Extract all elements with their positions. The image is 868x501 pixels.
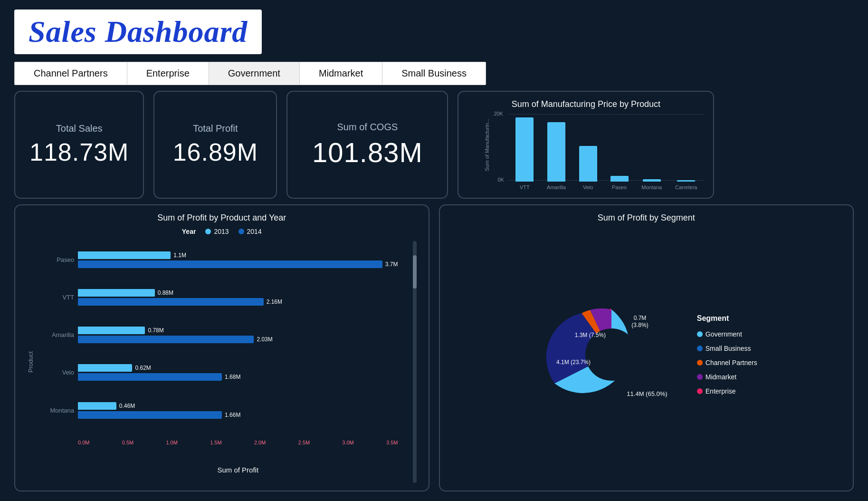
segment-tabs: Channel Partners Enterprise Government M… [14, 62, 486, 85]
svg-text:0.7M: 0.7M [633, 315, 646, 321]
kpi-total-profit-label: Total Profit [193, 123, 238, 134]
bar-vtt: VTT [515, 117, 534, 190]
mfg-chart-title: Sum of Manufacturing Price by Product [468, 99, 704, 109]
page-title: Sales Dashboard [29, 14, 248, 49]
legend-government: Government [697, 330, 757, 338]
legend-2014: 2014 [238, 228, 262, 235]
legend-midmarket-label: Midmarket [706, 373, 736, 381]
profit-product-chart: Sum of Profit by Product and Year Year 2… [14, 204, 429, 491]
kpi-total-profit-value: 16.89M [173, 138, 258, 166]
profit-segment-title: Sum of Profit by Segment [449, 213, 844, 223]
tab-small-business[interactable]: Small Business [382, 62, 486, 85]
bar-montana: Montana [641, 179, 662, 190]
legend-2013-label: 2013 [214, 228, 229, 235]
profit-product-x-ticks: 0.0M0.5M1.0M1.5M2.0M2.5M3.0M3.5M [78, 440, 398, 445]
profit-product-x-label: Sum of Profit [78, 466, 398, 474]
profit-product-title: Sum of Profit by Product and Year [25, 213, 419, 223]
legend-2013: 2013 [205, 228, 229, 235]
kpi-total-sales-label: Total Sales [56, 123, 103, 134]
kpi-sum-cogs-value: 101.83M [312, 136, 423, 168]
legend-2014-label: 2014 [247, 228, 262, 235]
legend-government-label: Government [706, 330, 742, 338]
legend-small-business-label: Small Business [706, 345, 751, 352]
legend-channel-partners: Channel Partners [697, 359, 757, 366]
tab-channel-partners[interactable]: Channel Partners [15, 62, 127, 85]
mfg-y-label: Sum of Manufacturin... [484, 133, 490, 171]
tab-government[interactable]: Government [209, 62, 300, 85]
tab-midmarket[interactable]: Midmarket [300, 62, 382, 85]
kpi-total-sales-value: 118.73M [29, 138, 129, 166]
kpi-sum-cogs: Sum of COGS 101.83M [286, 91, 448, 199]
profit-product-y-label: Product [27, 351, 34, 373]
legend-small-business: Small Business [697, 345, 757, 352]
mfg-price-chart: Sum of Manufacturing Price by Product Su… [458, 91, 714, 199]
dashboard: Sales Dashboard Channel Partners Enterpr… [0, 0, 868, 501]
svg-point-0 [610, 308, 611, 310]
bar-row-amarilla: Amarilla 0.78M 2.03M [36, 325, 398, 345]
bar-paseo: Paseo [610, 176, 629, 190]
bar-velo: Velo [579, 146, 597, 190]
legend-enterprise-label: Enterprise [706, 387, 736, 395]
bar-row-velo: Velo 0.62M 1.68M [36, 363, 398, 383]
bar-amarilla: Amarilla [547, 122, 566, 190]
bar-row-vtt: VTT 0.88M 2.16M [36, 288, 398, 308]
header-box: Sales Dashboard [14, 10, 262, 54]
svg-text:(3.8%): (3.8%) [631, 322, 648, 328]
segment-legend: Segment Government Small Business Channe… [697, 314, 757, 397]
donut-chart: 0.7M (3.8%) 1.3M (7.5%) 4.1M (23.7%) 11.… [535, 286, 687, 425]
kpi-total-sales: Total Sales 118.73M [14, 91, 144, 199]
scrollbar[interactable] [412, 241, 417, 483]
legend-channel-partners-label: Channel Partners [706, 359, 757, 366]
profit-segment-chart: Sum of Profit by Segment [439, 204, 854, 491]
profit-product-legend: Year 2013 2014 [25, 228, 419, 237]
bar-carretera: Carretera [675, 180, 697, 190]
bar-row-montana: Montana 0.46M 1.66M [36, 400, 398, 420]
segment-legend-title: Segment [697, 314, 757, 323]
svg-text:4.1M (23.7%): 4.1M (23.7%) [556, 359, 591, 366]
bar-row-paseo: Paseo 1.1M 3.7M [36, 250, 398, 270]
svg-text:11.4M (65.0%): 11.4M (65.0%) [627, 390, 667, 397]
kpi-total-profit: Total Profit 16.89M [153, 91, 277, 199]
kpi-sum-cogs-label: Sum of COGS [337, 122, 398, 133]
tab-enterprise[interactable]: Enterprise [127, 62, 209, 85]
legend-midmarket: Midmarket [697, 373, 757, 381]
svg-text:1.3M (7.5%): 1.3M (7.5%) [574, 332, 605, 338]
legend-enterprise: Enterprise [697, 387, 757, 395]
